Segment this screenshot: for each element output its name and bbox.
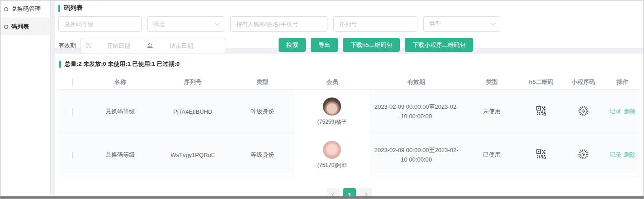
- record-link[interactable]: 记录: [609, 107, 621, 116]
- holder-input[interactable]: [230, 16, 327, 32]
- download-miniprogram-qr-button[interactable]: 下载小程序二维码包: [405, 38, 473, 52]
- type-select-placeholder: 类型: [429, 20, 441, 28]
- cell-serial: PjTA4EtiBUHD: [155, 108, 231, 115]
- member-name: (75259)橘子: [317, 118, 347, 126]
- table-row: 兑换码等级 WsTvgy1PQRuE 等级身份 (75170)阿部 2023-0…: [59, 133, 640, 176]
- level-input[interactable]: [58, 16, 142, 32]
- cell-serial: WsTvgy1PQRuE: [155, 152, 231, 158]
- col-header-h5-qr: h5二维码: [521, 78, 562, 86]
- type-select[interactable]: 类型: [423, 16, 500, 32]
- delete-link[interactable]: 删除: [624, 151, 635, 159]
- status-select[interactable]: 状态: [147, 16, 224, 32]
- table-card: 总量:2 未发放:0 未使用:1 已使用:1 已过期:0 名称 序列号 类型 会…: [55, 54, 644, 193]
- delete-link[interactable]: 删除: [624, 107, 635, 116]
- cell-member: (75170)阿部: [294, 133, 370, 176]
- summary-accent-bar: [59, 61, 61, 68]
- qr-code-icon[interactable]: [536, 149, 546, 160]
- cell-type: 等级身份: [231, 107, 294, 116]
- cell-name: 兑换码等级: [85, 107, 155, 116]
- cell-status: 未使用: [463, 107, 521, 116]
- chevron-down-icon: [491, 21, 496, 26]
- codes-table: 名称 序列号 类型 会员 有效期 类型 h5二维码 小程序码 操作 兑换码等级 …: [59, 74, 640, 176]
- table-row: 兑换码等级 PjTA4EtiBUHD 等级身份 (75259)橘子 2023-0…: [59, 90, 640, 133]
- download-h5-qr-button[interactable]: 下载h5二维码包: [343, 38, 400, 52]
- summary-stats: 总量:2 未发放:0 未使用:1 已使用:1 已过期:0: [65, 60, 180, 68]
- filter-row-2: 有效期 至 搜索 导出 下载h5二维码包 下载小程序二维码包: [58, 38, 641, 53]
- col-header-name: 名称: [85, 78, 155, 86]
- status-select-placeholder: 状态: [153, 20, 165, 28]
- radio-circle-icon: [4, 25, 8, 29]
- row-checkbox[interactable]: [72, 108, 73, 116]
- filter-card: 码列表 状态 类型 有效期 至: [55, 0, 644, 48]
- miniprogram-code-icon[interactable]: [578, 106, 589, 118]
- sidebar-item-label: 码列表: [11, 23, 29, 31]
- sidebar-item-code-list[interactable]: 码列表: [0, 18, 50, 35]
- select-all-checkbox[interactable]: [72, 78, 73, 86]
- cell-type: 等级身份: [231, 151, 294, 159]
- col-header-serial: 序列号: [155, 78, 231, 86]
- filter-row-1: 状态 类型: [58, 16, 641, 32]
- col-header-member: 会员: [294, 78, 370, 86]
- sidebar-divider: [51, 0, 55, 195]
- range-separator: 至: [145, 42, 155, 50]
- start-date-input[interactable]: [92, 42, 145, 49]
- cell-validity: 2023-02-09 00:00:00至2023-02-10 00:00:00: [373, 145, 460, 165]
- title-accent-bar: [58, 5, 60, 12]
- clock-icon: [85, 42, 92, 49]
- member-name: (75170)阿部: [317, 162, 347, 169]
- page-title: 码列表: [64, 4, 83, 12]
- radio-circle-icon: [4, 7, 8, 11]
- sidebar: 兑换码管理 码列表: [0, 0, 51, 195]
- app-window: 兑换码管理 码列表 码列表 状态 类型 有效期: [0, 0, 644, 199]
- record-link[interactable]: 记录: [609, 151, 621, 159]
- miniprogram-code-icon[interactable]: [578, 149, 589, 161]
- member-avatar: [323, 97, 341, 116]
- date-range-picker[interactable]: 至: [80, 38, 226, 53]
- serial-input[interactable]: [333, 16, 417, 32]
- cell-name: 兑换码等级: [85, 151, 155, 159]
- row-checkbox[interactable]: [72, 151, 73, 159]
- cell-validity: 2023-02-09 00:00:00至2023-02-10 00:00:00: [373, 102, 460, 121]
- end-date-input[interactable]: [155, 42, 208, 49]
- validity-label: 有效期: [58, 42, 76, 50]
- qr-code-icon[interactable]: [536, 106, 546, 117]
- col-header-validity: 有效期: [370, 78, 463, 86]
- sidebar-item-label: 兑换码管理: [11, 5, 41, 13]
- card-title: 码列表: [58, 4, 641, 12]
- col-header-mini-qr: 小程序码: [562, 78, 605, 86]
- col-header-status: 类型: [463, 78, 521, 86]
- col-header-actions: 操作: [605, 78, 640, 86]
- cell-member: (75259)橘子: [294, 90, 370, 133]
- action-buttons: 搜索 导出 下载h5二维码包 下载小程序二维码包: [279, 38, 473, 52]
- export-button[interactable]: 导出: [311, 38, 338, 52]
- summary-row: 总量:2 未发放:0 未使用:1 已使用:1 已过期:0: [59, 60, 640, 68]
- table-header-row: 名称 序列号 类型 会员 有效期 类型 h5二维码 小程序码 操作: [59, 74, 640, 90]
- col-header-type: 类型: [231, 78, 294, 86]
- cell-status: 已使用: [463, 151, 521, 159]
- sidebar-item-code-management[interactable]: 兑换码管理: [0, 0, 50, 18]
- search-button[interactable]: 搜索: [279, 38, 306, 52]
- bottom-scrollbar[interactable]: [0, 196, 644, 199]
- chevron-down-icon: [215, 21, 220, 26]
- member-avatar: [323, 141, 341, 159]
